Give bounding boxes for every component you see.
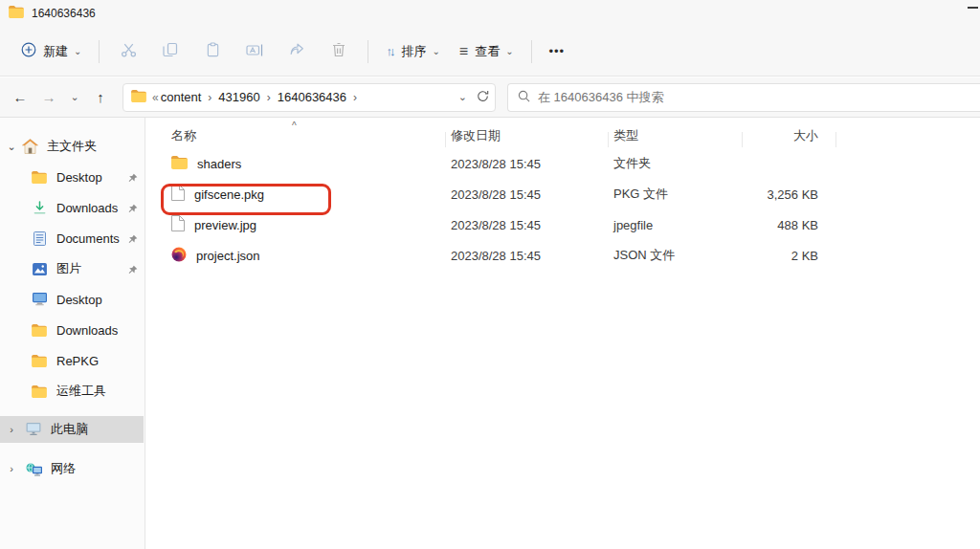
file-icon [171, 185, 185, 204]
more-options-button[interactable]: ••• [540, 34, 575, 69]
search-input[interactable] [538, 90, 980, 104]
file-size: 488 KB [747, 218, 830, 232]
rename-button[interactable] [234, 34, 276, 69]
file-type: PKG 文件 [613, 186, 747, 203]
file-list-pane: 名称 ^ 修改日期 类型 大小 shaders 2023/8/28 15:45 … [146, 118, 980, 549]
file-date: 2023/8/28 15:45 [451, 157, 613, 171]
firefox-icon [171, 247, 187, 265]
sidebar-item-desktop-pc[interactable]: Desktop [0, 284, 145, 315]
recent-locations-button[interactable]: ⌄ [63, 84, 86, 111]
view-button[interactable]: ≡ 查看 ⌄ [450, 34, 523, 69]
sidebar-item-label: 运维工具 [56, 383, 106, 400]
sidebar-item-label: 主文件夹 [47, 138, 97, 155]
chevron-down-icon: ⌄ [74, 46, 81, 56]
breadcrumb-item-1640636436[interactable]: 1640636436 [278, 90, 346, 104]
up-button[interactable]: ↑ [86, 84, 115, 111]
sidebar-item-documents-pinned[interactable]: Documents [0, 223, 145, 253]
cut-button[interactable] [107, 34, 149, 69]
column-header-size[interactable]: 大小 [747, 127, 830, 144]
file-name: gifscene.pkg [194, 187, 264, 202]
address-row: ← → ⌄ ↑ « content › 431960 › 1640636436 … [0, 77, 980, 118]
sidebar-item-label: 网络 [51, 460, 76, 477]
chevron-down-icon: ⌄ [505, 46, 513, 56]
minimize-button[interactable] [963, 0, 980, 15]
clipboard-icon [206, 42, 220, 60]
column-header-date[interactable]: 修改日期 [451, 127, 613, 144]
search-icon [518, 90, 530, 105]
toolbar-divider [368, 40, 368, 63]
chevron-collapsed-icon[interactable]: › [6, 424, 17, 435]
pin-icon [128, 232, 138, 247]
pin-icon [128, 263, 138, 277]
file-name: preview.jpg [194, 218, 256, 232]
file-date: 2023/8/28 15:45 [451, 187, 613, 202]
copy-button[interactable] [149, 34, 191, 69]
sidebar-item-label: Desktop [56, 170, 102, 185]
address-dropdown-button[interactable]: ⌄ [458, 91, 467, 103]
download-icon [30, 201, 49, 215]
forward-button[interactable]: → [34, 84, 63, 111]
sidebar-item-ops-tools[interactable]: 运维工具 [0, 376, 145, 406]
sort-button-label: 排序 [401, 43, 426, 60]
refresh-button[interactable] [477, 90, 489, 105]
back-button[interactable]: ← [6, 84, 34, 111]
file-icon [171, 215, 185, 234]
document-icon [30, 231, 49, 246]
new-button[interactable]: 新建 ⌄ [11, 34, 91, 69]
file-type: 文件夹 [613, 155, 747, 172]
search-box[interactable] [507, 83, 980, 112]
share-icon-button[interactable] [276, 34, 318, 69]
breadcrumb-separator: › [260, 91, 278, 104]
paste-button[interactable] [191, 34, 234, 69]
view-button-label: 查看 [475, 43, 500, 60]
view-lines-icon: ≡ [459, 43, 468, 60]
sort-arrows-icon: ↑↓ [386, 44, 392, 58]
file-row-gifscene-pkg[interactable]: gifscene.pkg 2023/8/28 15:45 PKG 文件 3,25… [146, 179, 980, 209]
sidebar-item-downloads-pinned[interactable]: Downloads [0, 192, 145, 223]
toolbar-divider [99, 40, 100, 63]
sort-button[interactable]: ↑↓ 排序 ⌄ [376, 34, 449, 69]
pictures-icon [30, 263, 49, 275]
minimize-icon [968, 7, 978, 9]
column-header-type[interactable]: 类型 [613, 127, 747, 144]
sidebar-item-repkg[interactable]: RePKG [0, 345, 145, 376]
file-size: 3,256 KB [747, 187, 830, 202]
breadcrumb-overflow[interactable]: « [152, 91, 159, 104]
sidebar-item-label: 图片 [56, 260, 81, 277]
breadcrumb-item-431960[interactable]: 431960 [218, 90, 259, 104]
chevron-expanded-icon[interactable]: ⌄ [6, 141, 17, 153]
column-header-label: 名称 [171, 127, 196, 144]
address-folder-icon [131, 90, 146, 105]
address-bar[interactable]: « content › 431960 › 1640636436 › ⌄ [122, 83, 496, 112]
window-folder-icon [9, 6, 24, 21]
folder-icon [30, 324, 49, 337]
file-row-preview-jpg[interactable]: preview.jpg 2023/8/28 15:45 jpegfile 488… [146, 209, 980, 240]
sidebar-item-label: 此电脑 [51, 421, 88, 438]
folder-icon [30, 171, 49, 184]
sidebar-item-pictures[interactable]: 图片 [0, 253, 145, 284]
column-header-name[interactable]: 名称 ^ [146, 127, 451, 144]
new-button-label: 新建 [43, 43, 68, 60]
sidebar-item-network[interactable]: › 网络 [0, 455, 145, 482]
file-type: JSON 文件 [613, 247, 747, 264]
sidebar-item-label: Desktop [56, 293, 102, 307]
folder-icon [30, 385, 49, 398]
sidebar-item-desktop-pinned[interactable]: Desktop [0, 162, 145, 192]
sidebar-item-label: Documents [56, 231, 120, 246]
delete-button[interactable] [318, 34, 360, 69]
window-title: 1640636436 [32, 7, 96, 20]
file-type: jpegfile [613, 218, 747, 232]
file-row-shaders[interactable]: shaders 2023/8/28 15:45 文件夹 [146, 148, 980, 179]
breadcrumb-item-content[interactable]: content [161, 90, 202, 104]
desktop-monitor-icon [30, 293, 49, 306]
file-name: project.json [196, 249, 259, 263]
trash-icon [332, 42, 345, 60]
file-date: 2023/8/28 15:45 [451, 249, 613, 263]
sidebar-item-home[interactable]: ⌄ 主文件夹 [0, 131, 145, 162]
file-row-project-json[interactable]: project.json 2023/8/28 15:45 JSON 文件 2 K… [146, 240, 980, 271]
title-bar: 1640636436 [0, 0, 980, 27]
sidebar-item-this-pc[interactable]: › 此电脑 [0, 416, 144, 443]
ellipsis-icon: ••• [549, 44, 566, 58]
sidebar-item-downloads-pc[interactable]: Downloads [0, 315, 145, 345]
chevron-collapsed-icon[interactable]: › [6, 463, 17, 474]
